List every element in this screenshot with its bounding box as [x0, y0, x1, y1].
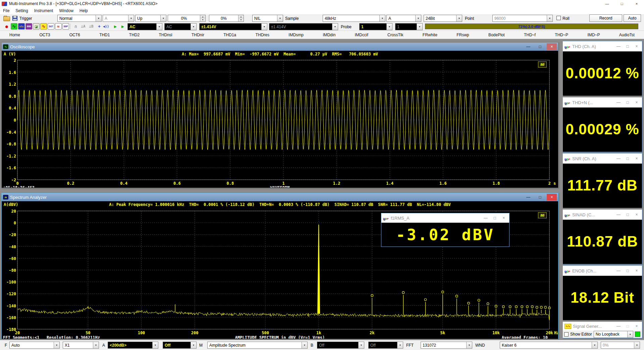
oscilloscope-icon[interactable]: ∿: [11, 23, 17, 30]
signal-generator-close-button[interactable]: ×: [633, 324, 640, 329]
spectrum-analyzer-icon[interactable]: ılı: [18, 23, 25, 30]
menu-help[interactable]: Help: [76, 8, 91, 13]
signal-generator-minimize-button[interactable]: —: [615, 324, 622, 329]
tab-imdccif[interactable]: IMDccif: [355, 33, 368, 37]
tab-thd1a[interactable]: THD1a: [223, 33, 236, 37]
ddp-titlebar[interactable]: DDP⊕ENOB (Ch...—□×: [563, 266, 642, 276]
tab-thd1[interactable]: THD1: [99, 33, 110, 37]
menu-window[interactable]: Window: [56, 8, 76, 13]
trigger-source-select[interactable]: A: [103, 15, 134, 22]
tab-frwhite[interactable]: FRwhite: [423, 33, 437, 37]
ddp-maximize-button[interactable]: □: [624, 100, 631, 105]
tab-crosstlk[interactable]: CrossTlk: [387, 33, 403, 37]
tab-oct3[interactable]: OCT3: [39, 33, 50, 37]
f1rms-minimize-button[interactable]: —: [482, 216, 489, 220]
trigger-level-spinner[interactable]: 0%: [168, 15, 206, 22]
tab-bodeplot[interactable]: BodePlot: [488, 33, 505, 37]
ddp-minimize-button[interactable]: —: [615, 100, 622, 105]
zoom-select[interactable]: X1: [63, 342, 99, 349]
ddp-maximize-button[interactable]: □: [624, 156, 631, 161]
ddp-close-button[interactable]: ×: [633, 100, 640, 105]
tab-imddin[interactable]: IMDdin: [323, 33, 335, 37]
device-test-plan-icon[interactable]: DUT: [48, 23, 54, 30]
tab-oct6[interactable]: OCT6: [69, 33, 80, 37]
ddp-maximize-button[interactable]: □: [624, 268, 631, 273]
ddp-titlebar[interactable]: DDP⊕THD+N (...—□×: [563, 97, 642, 107]
show-editor-checkbox[interactable]: [564, 332, 569, 337]
freq-axis-select[interactable]: Auto: [9, 342, 60, 349]
spectrum-minimize-button[interactable]: —: [523, 194, 533, 201]
sound-device-icon[interactable]: ◀)): [103, 23, 109, 30]
app-maximize-button[interactable]: □: [614, 0, 629, 7]
tab-frswp[interactable]: FRswp: [457, 33, 469, 37]
oscilloscope-close-button[interactable]: ×: [547, 43, 557, 50]
start-icon[interactable]: ▶: [112, 23, 119, 30]
app-minimize-button[interactable]: —: [600, 0, 614, 7]
hpf-select[interactable]: NIL: [252, 15, 283, 22]
roll-checkbox[interactable]: [556, 16, 561, 20]
ddp-maximize-button[interactable]: □: [624, 212, 631, 217]
wnd-function-select[interactable]: Kaiser 6: [500, 342, 598, 349]
ddp-close-button[interactable]: ×: [633, 268, 640, 273]
tab-imd~p[interactable]: IMD~P: [587, 33, 600, 37]
marker-a-icon[interactable]: ⊥A: [80, 23, 87, 30]
sample-rate-select[interactable]: 48kHz: [323, 15, 385, 22]
record-button[interactable]: Record: [589, 14, 622, 22]
spectrum-close-button[interactable]: ×: [547, 194, 557, 201]
tab-thdnsl[interactable]: THDnsl: [159, 33, 172, 37]
ddp-close-button[interactable]: ×: [633, 212, 640, 217]
sample-channel-select[interactable]: A: [386, 15, 421, 22]
tab-home[interactable]: Home: [9, 33, 20, 37]
record-points-select[interactable]: 96000: [492, 15, 553, 22]
tab-thd2[interactable]: THD2: [129, 33, 140, 37]
calibration-icon[interactable]: +: [96, 23, 103, 30]
tab-audiotst[interactable]: AudioTst: [619, 33, 635, 37]
coupling-a-select[interactable]: AC: [127, 23, 162, 30]
oscilloscope-maximize-button[interactable]: □: [535, 43, 545, 50]
ddp-titlebar[interactable]: DDP⊕SNR (Ch. A)—□×: [563, 154, 642, 164]
app-close-button[interactable]: ×: [629, 0, 644, 7]
menu-file[interactable]: File: [0, 8, 12, 13]
trigger-mode-select[interactable]: Normal: [57, 15, 102, 22]
coupling-b-select[interactable]: AC: [164, 23, 197, 30]
view-mode-select[interactable]: Amplitude Spectrum: [207, 342, 308, 349]
signal-generator-run-button[interactable]: [635, 332, 640, 337]
range-a-select[interactable]: ±1.414V: [199, 23, 267, 30]
trigger-edge-select[interactable]: Up: [135, 15, 166, 22]
ddp-viewer-icon[interactable]: DDP: [62, 23, 69, 30]
multimeter-icon[interactable]: 888: [25, 23, 32, 30]
smooth-b-select[interactable]: Off: [368, 342, 403, 349]
ddp-minimize-button[interactable]: —: [615, 44, 622, 49]
spectrum-titlebar[interactable]: ılı Spectrum Analyzer — □ ×: [2, 193, 558, 201]
loopback-select[interactable]: No Loopback: [594, 331, 633, 338]
oscilloscope-minimize-button[interactable]: —: [523, 43, 533, 50]
save-panel-icon[interactable]: [12, 16, 17, 21]
marker-b-icon[interactable]: ⊥B: [88, 23, 95, 30]
tab-thdres[interactable]: THDres: [256, 33, 269, 37]
start-loop-icon[interactable]: ▶: [119, 23, 126, 30]
smooth-a-select[interactable]: Off: [163, 342, 197, 349]
ddp-titlebar[interactable]: DDP⊕SINAD (C...—□×: [563, 210, 642, 220]
menu-instrument[interactable]: Instrument: [31, 8, 56, 13]
ddp-titlebar[interactable]: DDP⊕THD (Ch. A)—□×: [563, 41, 642, 51]
progress-select[interactable]: 0%: [601, 342, 640, 349]
oscilloscope-titlebar[interactable]: ∿ Oscilloscope — □ ×: [2, 43, 558, 51]
probe-b-select[interactable]: 1: [395, 23, 423, 30]
ddp-minimize-button[interactable]: —: [615, 212, 622, 217]
range-a-display-select[interactable]: <200dB>: [108, 342, 158, 349]
trigger-delay-spinner[interactable]: 0%: [209, 15, 244, 22]
ddp-maximize-button[interactable]: □: [624, 44, 631, 49]
f1rms-maximize-button[interactable]: □: [491, 216, 498, 220]
range-b-display-select[interactable]: Off: [317, 342, 364, 349]
ddp-close-button[interactable]: ×: [633, 156, 640, 161]
signal-generator-icon[interactable]: ∿: [40, 23, 47, 30]
menu-setting[interactable]: Setting: [12, 8, 31, 13]
tab-imdsmp[interactable]: IMDsmp: [288, 33, 304, 37]
bit-depth-select[interactable]: 24Bit: [424, 15, 462, 22]
ddp-close-button[interactable]: ×: [633, 44, 640, 49]
tab-thd~p[interactable]: THD~P: [555, 33, 568, 37]
ddp-minimize-button[interactable]: —: [615, 156, 622, 161]
alarm-bell-icon[interactable]: ∩: [72, 23, 79, 30]
signal-generator-titlebar[interactable]: ∿∿ Signal Gener... — □ ×: [563, 322, 642, 331]
fft-points-select[interactable]: 131072: [421, 342, 472, 349]
